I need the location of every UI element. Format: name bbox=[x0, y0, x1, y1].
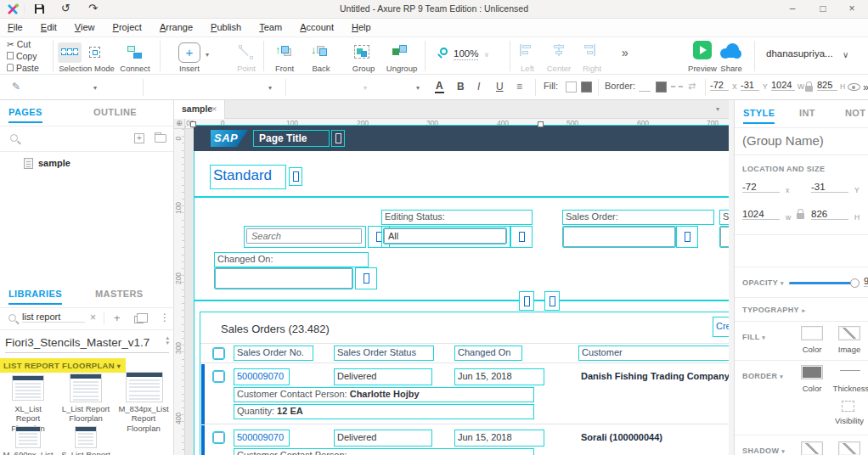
selection-mode-intersected-button[interactable] bbox=[58, 42, 82, 63]
panel-h-field[interactable] bbox=[811, 209, 848, 220]
combo-icon-placeholder[interactable] bbox=[511, 227, 532, 247]
opacity-caret-icon[interactable]: ▾ bbox=[781, 280, 784, 286]
menu-view[interactable]: View bbox=[67, 19, 103, 32]
opacity-slider[interactable] bbox=[789, 282, 855, 284]
group-name-input[interactable] bbox=[742, 133, 861, 148]
opacity-value[interactable]: 9 bbox=[864, 276, 868, 287]
bullet-list-button[interactable]: ≡ bbox=[516, 81, 522, 93]
add-folder-button[interactable] bbox=[155, 134, 166, 143]
tab-overflow-caret-icon[interactable]: ▾ bbox=[711, 103, 724, 115]
filter-collapse-icon-placeholder[interactable] bbox=[520, 292, 533, 310]
h-field[interactable] bbox=[817, 80, 837, 91]
add-library-button[interactable]: + bbox=[114, 312, 121, 324]
bold-button[interactable]: B bbox=[457, 81, 465, 93]
table-row[interactable]: 500009070 Delivered Jun 15, 2018 Danish … bbox=[200, 364, 729, 424]
menu-team[interactable]: Team bbox=[251, 19, 290, 32]
preview-icon[interactable] bbox=[693, 41, 712, 59]
cell-customer[interactable]: Sorali (100000044) bbox=[581, 432, 729, 442]
paste-button[interactable]: Paste bbox=[7, 63, 39, 73]
page-title-widget[interactable]: Page Title bbox=[254, 131, 329, 146]
arrow-style-icon[interactable]: ⇄ bbox=[688, 81, 696, 92]
cell-quantity[interactable]: Quantity: 12 EA bbox=[234, 405, 533, 418]
connect-button[interactable] bbox=[124, 42, 146, 63]
fill-color-swatch[interactable] bbox=[566, 81, 577, 93]
toolbar-overflow-button[interactable]: » bbox=[622, 46, 628, 59]
typography-label[interactable]: TYPOGRAPHY ▾ bbox=[742, 306, 805, 314]
menu-account[interactable]: Account bbox=[292, 19, 341, 32]
fill-caret-icon[interactable]: ▾ bbox=[762, 334, 765, 340]
minimize-button[interactable]: – bbox=[778, 0, 807, 18]
sales-order-icon-placeholder[interactable] bbox=[677, 227, 697, 247]
canvas-tab-sample[interactable]: sample × bbox=[174, 100, 225, 119]
border-caret-icon[interactable]: ▾ bbox=[780, 374, 783, 379]
style-dropdown-icon[interactable]: ✎ bbox=[12, 81, 20, 93]
library-pages-icon[interactable] bbox=[134, 316, 144, 323]
font-family-caret-icon[interactable]: ▾ bbox=[268, 84, 272, 92]
variant-icon-placeholder[interactable] bbox=[290, 168, 302, 185]
select-all-checkbox[interactable] bbox=[213, 348, 224, 359]
tab-outline[interactable]: OUTLINE bbox=[93, 107, 137, 117]
column-header[interactable]: Sales Order No. bbox=[234, 346, 313, 360]
zoom-value[interactable]: 100% bbox=[454, 48, 478, 60]
column-header[interactable]: Sales Order Status bbox=[335, 346, 433, 360]
panel-w-field[interactable] bbox=[742, 209, 780, 220]
insert-button[interactable]: + bbox=[178, 42, 200, 63]
border-thickness-field[interactable] bbox=[840, 370, 860, 371]
cell-status[interactable]: Delivered bbox=[335, 430, 431, 446]
tab-masters[interactable]: MASTERS bbox=[95, 289, 144, 299]
close-button[interactable]: × bbox=[837, 0, 866, 18]
format-overflow-button[interactable]: » bbox=[863, 81, 868, 93]
panel-lock-ratio-icon[interactable] bbox=[797, 213, 804, 219]
variant-title-widget[interactable]: Standard bbox=[211, 166, 285, 188]
changed-on-label[interactable]: Changed On: bbox=[215, 253, 368, 267]
border-color-swatch[interactable] bbox=[656, 81, 667, 93]
shadow-outer-swatch[interactable] bbox=[801, 441, 823, 455]
italic-button[interactable]: I bbox=[477, 81, 480, 93]
text-color-button[interactable]: A bbox=[435, 80, 444, 93]
sales-truncated-label[interactable]: Sales bbox=[720, 211, 729, 224]
fill-color-swatch-2[interactable] bbox=[581, 81, 592, 93]
cell-status[interactable]: Delivered bbox=[335, 369, 431, 385]
pages-search-icon[interactable] bbox=[10, 134, 18, 142]
libraries-search-input[interactable] bbox=[22, 312, 85, 323]
library-select[interactable]: Fiori3_Stencils_Master_v1.7 ▴▾ bbox=[5, 334, 169, 353]
truncated-input[interactable] bbox=[720, 227, 729, 247]
stencil-thumb[interactable] bbox=[75, 426, 97, 448]
menu-arrange[interactable]: Arrange bbox=[152, 19, 200, 32]
y-field[interactable] bbox=[741, 80, 759, 91]
library-menu-kebab-icon[interactable]: ⋮ bbox=[160, 312, 170, 323]
tab-interactions[interactable]: INT bbox=[799, 108, 815, 118]
menu-edit[interactable]: Edit bbox=[33, 19, 65, 32]
cell-changed-on[interactable]: Jun 15, 2018 bbox=[455, 430, 544, 446]
menu-publish[interactable]: Publish bbox=[203, 19, 249, 32]
panel-x-field[interactable] bbox=[742, 182, 780, 193]
sales-order-input[interactable] bbox=[563, 227, 675, 247]
column-header[interactable]: Changed On bbox=[455, 346, 521, 360]
zoom-caret-icon[interactable]: ∨ bbox=[484, 51, 489, 59]
page-tree-item-sample[interactable]: sample bbox=[0, 156, 174, 171]
fill-color-swatch[interactable] bbox=[801, 326, 823, 340]
cell-contact[interactable]: Customer Contact Person: Charlotte Hojby bbox=[234, 388, 533, 402]
menu-file[interactable]: File bbox=[0, 19, 31, 32]
lock-ratio-icon[interactable] bbox=[805, 86, 813, 92]
shadow-caret-icon[interactable]: ▾ bbox=[781, 448, 785, 454]
library-category-header[interactable]: LIST REPORT FLOORPLAN ▾ bbox=[0, 358, 126, 373]
opacity-slider-knob[interactable] bbox=[850, 278, 860, 288]
copy-button[interactable]: Copy bbox=[7, 51, 37, 61]
border-visibility-swatch[interactable] bbox=[842, 401, 854, 412]
row-checkbox[interactable] bbox=[213, 371, 224, 382]
filter-expand-icon-placeholder[interactable] bbox=[545, 292, 559, 310]
selection-mode-contained-button[interactable] bbox=[85, 42, 105, 63]
stencil-thumb[interactable] bbox=[70, 374, 102, 402]
changed-on-input[interactable] bbox=[215, 268, 352, 289]
cell-order-no[interactable]: 500009070 bbox=[234, 369, 289, 385]
tab-pages[interactable]: PAGES bbox=[8, 107, 42, 123]
header-icon-placeholder[interactable] bbox=[332, 131, 344, 146]
menu-project[interactable]: Project bbox=[105, 19, 149, 32]
table-row[interactable]: 500009070 Delivered Jun 15, 2018 Sorali … bbox=[200, 425, 729, 455]
stencil-thumb[interactable] bbox=[15, 426, 41, 448]
account-user-button[interactable]: dhanasupriya... bbox=[766, 48, 833, 59]
cell-customer[interactable]: Danish Fishing Trading Company (1 bbox=[581, 371, 729, 381]
border-weight-field[interactable] bbox=[639, 91, 651, 92]
shadow-inner-swatch[interactable] bbox=[838, 441, 860, 455]
